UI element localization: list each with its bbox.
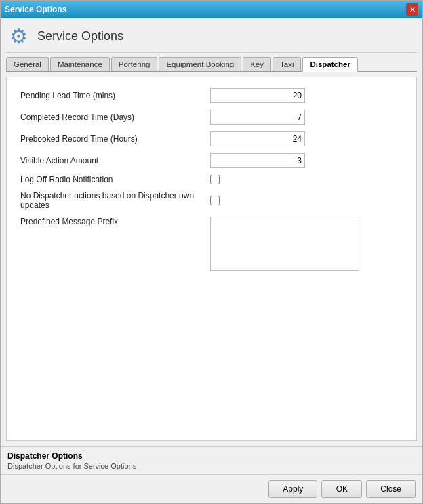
visible-action-amount-label: Visible Action Amount bbox=[20, 156, 210, 165]
main-window: Service Options ✕ ⚙ Service Options Gene… bbox=[0, 0, 423, 504]
log-off-radio-label: Log Off Radio Notification bbox=[20, 175, 210, 184]
tab-dispatcher[interactable]: Dispatcher bbox=[302, 57, 357, 72]
tab-general[interactable]: General bbox=[6, 57, 49, 71]
status-description: Dispatcher Options for Service Options bbox=[7, 462, 416, 470]
window-title: Service Options bbox=[5, 5, 66, 14]
prebooked-record-time-label: Prebooked Record Time (Hours) bbox=[20, 134, 210, 144]
window-close-button[interactable]: ✕ bbox=[406, 3, 418, 16]
tab-maintenance[interactable]: Maintenance bbox=[50, 57, 110, 71]
service-icon: ⚙ bbox=[6, 24, 31, 48]
visible-action-amount-row: Visible Action Amount bbox=[20, 153, 403, 168]
visible-action-amount-input[interactable] bbox=[210, 153, 305, 168]
content-area: Pending Lead Time (mins) Completed Recor… bbox=[6, 77, 417, 441]
footer-buttons: Apply OK Close bbox=[1, 474, 422, 503]
gear-icon: ⚙ bbox=[9, 24, 28, 48]
status-bar: Dispatcher Options Dispatcher Options fo… bbox=[1, 446, 422, 474]
tab-key[interactable]: Key bbox=[243, 57, 271, 71]
log-off-radio-checkbox[interactable] bbox=[210, 175, 220, 184]
predefined-message-prefix-textarea[interactable] bbox=[210, 217, 359, 271]
tab-portering[interactable]: Portering bbox=[111, 57, 158, 71]
tab-bar: General Maintenance Portering Equipment … bbox=[6, 57, 417, 72]
predefined-message-prefix-row: Predefined Message Prefix bbox=[20, 217, 403, 271]
pending-lead-time-row: Pending Lead Time (mins) bbox=[20, 88, 403, 103]
tab-taxi[interactable]: Taxi bbox=[273, 57, 301, 71]
page-title: Service Options bbox=[37, 29, 123, 43]
header-section: ⚙ Service Options bbox=[6, 24, 417, 53]
status-title: Dispatcher Options bbox=[7, 451, 416, 461]
completed-record-time-label: Completed Record Time (Days) bbox=[20, 112, 210, 122]
pending-lead-time-label: Pending Lead Time (mins) bbox=[20, 91, 210, 100]
no-dispatcher-actions-row: No Dispatcher actions based on Dispatche… bbox=[20, 191, 403, 210]
ok-button[interactable]: OK bbox=[321, 480, 362, 498]
log-off-radio-row: Log Off Radio Notification bbox=[20, 175, 403, 184]
no-dispatcher-actions-label: No Dispatcher actions based on Dispatche… bbox=[20, 191, 210, 210]
apply-button[interactable]: Apply bbox=[268, 480, 317, 498]
prebooked-record-time-input[interactable] bbox=[210, 131, 305, 146]
pending-lead-time-input[interactable] bbox=[210, 88, 305, 103]
window-body: ⚙ Service Options General Maintenance Po… bbox=[1, 18, 422, 446]
no-dispatcher-actions-checkbox[interactable] bbox=[210, 196, 220, 205]
completed-record-time-row: Completed Record Time (Days) bbox=[20, 110, 403, 125]
close-button[interactable]: Close bbox=[366, 480, 416, 498]
completed-record-time-input[interactable] bbox=[210, 110, 305, 125]
tab-equipment-booking[interactable]: Equipment Booking bbox=[159, 57, 241, 71]
title-bar: Service Options ✕ bbox=[1, 1, 422, 18]
predefined-message-prefix-label: Predefined Message Prefix bbox=[20, 217, 210, 226]
prebooked-record-time-row: Prebooked Record Time (Hours) bbox=[20, 131, 403, 146]
